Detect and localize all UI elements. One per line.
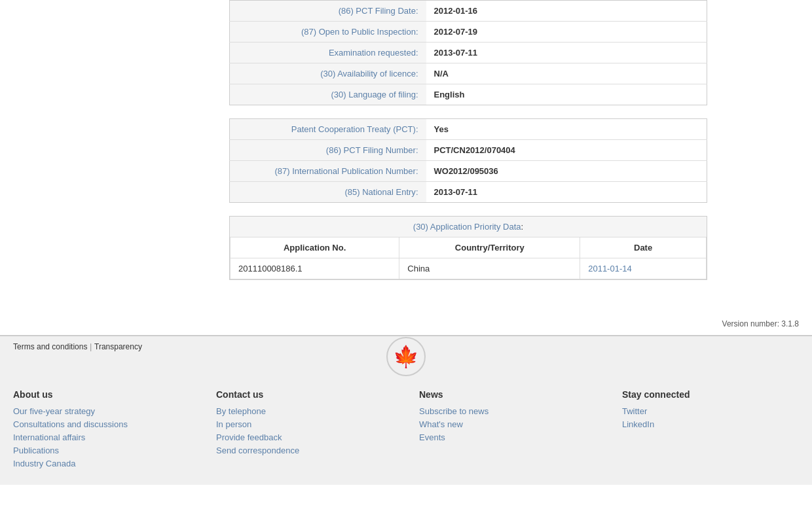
column-header: Application No.	[231, 237, 399, 258]
footer-link[interactable]: Events	[419, 432, 445, 442]
row-value: WO2012/095036	[426, 161, 707, 182]
label-link[interactable]: (30) Language of filing	[331, 90, 416, 99]
list-item: Events	[419, 432, 596, 442]
list-item: Send correspondence	[216, 446, 393, 455]
label-link[interactable]: (87) Open to Public Inspection	[301, 27, 416, 37]
footer-link[interactable]: Consultations and discussions	[13, 419, 128, 429]
list-item: What's new	[419, 419, 596, 429]
footer-column: Contact usBy telephoneIn personProvide f…	[216, 389, 393, 472]
column-header: Date	[580, 237, 707, 258]
footer-column-heading: News	[419, 389, 596, 400]
row-value: Yes	[426, 119, 707, 140]
table-header-row: Application No.Country/TerritoryDate	[231, 237, 707, 258]
row-value: 2012-07-19	[426, 22, 707, 43]
footer-link-list: By telephoneIn personProvide feedbackSen…	[216, 406, 393, 455]
row-label: (87) Open to Public Inspection:	[230, 22, 426, 43]
list-item: International affairs	[13, 432, 190, 442]
label-link[interactable]: (87) International Publication Number	[275, 166, 416, 176]
priority-section: (30) Application Priority Data: Applicat…	[229, 216, 707, 280]
footer-column-heading: About us	[13, 389, 190, 400]
date-link[interactable]: 2011-01-14	[588, 264, 632, 273]
maple-leaf-icon: 🍁	[393, 346, 419, 367]
footer-columns: About usOur five-year strategyConsultati…	[13, 389, 799, 472]
priority-table: Application No.Country/TerritoryDate 201…	[230, 237, 707, 279]
row-value: PCT/CN2012/070404	[426, 140, 707, 161]
table-row: (30) Language of filing: English	[230, 84, 707, 105]
list-item: In person	[216, 419, 393, 429]
footer-link[interactable]: Subscribe to news	[419, 406, 489, 416]
footer-link[interactable]: International affairs	[13, 432, 85, 442]
maple-leaf-logo: 🍁	[386, 337, 426, 376]
list-item: Twitter	[622, 406, 799, 416]
footer-top-link[interactable]: Terms and conditions	[13, 342, 87, 351]
row-label: (85) National Entry:	[230, 182, 426, 203]
list-item: LinkedIn	[622, 419, 799, 429]
list-item: Provide feedback	[216, 432, 393, 442]
row-label: (86) PCT Filing Date:	[230, 1, 426, 22]
footer-link[interactable]: In person	[216, 419, 251, 429]
priority-header: (30) Application Priority Data:	[230, 217, 707, 237]
footer-top-link[interactable]: Transparency	[94, 342, 142, 351]
row-label: (86) PCT Filing Number:	[230, 140, 426, 161]
label-link[interactable]: Examination requested	[329, 48, 416, 58]
label-link[interactable]: (85) National Entry	[344, 187, 415, 197]
row-value: 2013-07-11	[426, 43, 707, 63]
row-value: 2012-01-16	[426, 1, 707, 22]
app-no: 201110008186.1	[231, 258, 399, 279]
footer-link-list: Our five-year strategyConsultations and …	[13, 406, 190, 468]
footer-link[interactable]: Industry Canada	[13, 459, 75, 468]
priority-header-link[interactable]: (30) Application Priority Data	[413, 222, 521, 232]
footer-link[interactable]: What's new	[419, 419, 463, 429]
footer-link-list: TwitterLinkedIn	[622, 406, 799, 429]
column-header: Country/Territory	[399, 237, 580, 258]
table-row: 201110008186.1 China 2011-01-14	[231, 258, 707, 279]
footer-column-heading: Stay connected	[622, 389, 799, 400]
date: 2011-01-14	[580, 258, 707, 279]
pct-info-table: Patent Cooperation Treaty (PCT): Yes (86…	[229, 118, 707, 203]
label-link[interactable]: Patent Cooperation Treaty (PCT)	[291, 124, 416, 134]
footer-link-list: Subscribe to newsWhat's newEvents	[419, 406, 596, 442]
row-value: 2013-07-11	[426, 182, 707, 203]
row-value: English	[426, 84, 707, 105]
table-row: (85) National Entry: 2013-07-11	[230, 182, 707, 203]
table-row: (86) PCT Filing Number: PCT/CN2012/07040…	[230, 140, 707, 161]
list-item: Subscribe to news	[419, 406, 596, 416]
country: China	[399, 258, 580, 279]
row-label: Examination requested:	[230, 43, 426, 63]
row-label: Patent Cooperation Treaty (PCT):	[230, 119, 426, 140]
table-row: (86) PCT Filing Date: 2012-01-16	[230, 1, 707, 22]
footer-link[interactable]: Our five-year strategy	[13, 406, 95, 416]
footer-column: About usOur five-year strategyConsultati…	[13, 389, 190, 472]
footer-main: 🍁 About usOur five-year strategyConsulta…	[0, 357, 812, 485]
footer-link[interactable]: Send correspondence	[216, 446, 299, 455]
row-label: (30) Language of filing:	[230, 84, 426, 105]
list-item: Industry Canada	[13, 459, 190, 468]
table-row: (87) Open to Public Inspection: 2012-07-…	[230, 22, 707, 43]
table-row: Patent Cooperation Treaty (PCT): Yes	[230, 119, 707, 140]
list-item: Publications	[13, 446, 190, 455]
basic-info-table: (86) PCT Filing Date: 2012-01-16 (87) Op…	[229, 0, 707, 105]
footer-link[interactable]: By telephone	[216, 406, 266, 416]
footer-link[interactable]: Provide feedback	[216, 432, 282, 442]
footer-link[interactable]: Twitter	[622, 406, 647, 416]
table-row: (87) International Publication Number: W…	[230, 161, 707, 182]
footer-column-heading: Contact us	[216, 389, 393, 400]
row-label: (87) International Publication Number:	[230, 161, 426, 182]
list-item: Consultations and discussions	[13, 419, 190, 429]
footer-top-links-container: Terms and conditions | Transparency	[13, 342, 142, 351]
version-info: Version number: 3.1.8	[0, 313, 812, 335]
separator: |	[87, 342, 94, 351]
label-link[interactable]: (86) PCT Filing Number	[326, 145, 416, 155]
row-label: (30) Availability of licence:	[230, 63, 426, 84]
footer-link[interactable]: Publications	[13, 446, 59, 455]
footer-link[interactable]: LinkedIn	[622, 419, 654, 429]
list-item: Our five-year strategy	[13, 406, 190, 416]
list-item: By telephone	[216, 406, 393, 416]
label-link[interactable]: (30) Availability of licence	[320, 69, 416, 79]
footer-column: Stay connectedTwitterLinkedIn	[622, 389, 799, 472]
label-link[interactable]: (86) PCT Filing Date	[339, 6, 416, 16]
footer-column: NewsSubscribe to newsWhat's newEvents	[419, 389, 596, 472]
table-row: (30) Availability of licence: N/A	[230, 63, 707, 84]
version-text: Version number: 3.1.8	[722, 319, 799, 328]
row-value: N/A	[426, 63, 707, 84]
